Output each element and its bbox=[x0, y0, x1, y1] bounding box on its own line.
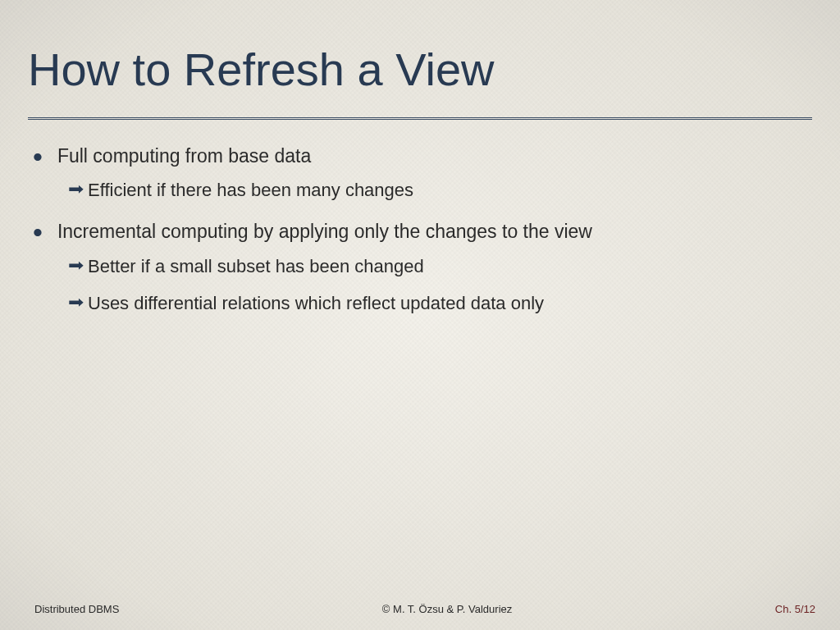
footer-center: © M. T. Özsu & P. Valduriez bbox=[119, 603, 775, 615]
sub-bullet-text: Better if a small subset has been change… bbox=[88, 255, 424, 278]
bullet-item: • Full computing from base data bbox=[33, 144, 812, 168]
arrow-right-icon: ➡ bbox=[68, 255, 84, 276]
arrow-right-icon: ➡ bbox=[68, 292, 84, 313]
footer-right: Ch. 5/12 bbox=[775, 603, 815, 615]
bullet-text: Full computing from base data bbox=[57, 144, 311, 168]
bullet-dot-icon: • bbox=[33, 225, 43, 240]
sub-bullet-text: Efficient if there has been many changes bbox=[88, 179, 413, 202]
footer-left: Distributed DBMS bbox=[34, 603, 119, 615]
sub-bullet-item: ➡ Uses differential relations which refl… bbox=[69, 292, 812, 315]
bullet-dot-icon: • bbox=[33, 149, 43, 164]
bullet-item: • Incremental computing by applying only… bbox=[33, 220, 812, 244]
sub-bullet-text: Uses differential relations which reflec… bbox=[88, 292, 544, 315]
bullet-text: Incremental computing by applying only t… bbox=[57, 220, 592, 244]
slide-footer: Distributed DBMS © M. T. Özsu & P. Valdu… bbox=[0, 603, 840, 615]
title-divider bbox=[28, 117, 812, 120]
slide-title: How to Refresh a View bbox=[28, 44, 812, 96]
slide-body: • Full computing from base data ➡ Effici… bbox=[28, 144, 812, 315]
slide: How to Refresh a View • Full computing f… bbox=[0, 0, 840, 630]
arrow-right-icon: ➡ bbox=[68, 179, 84, 199]
sub-bullet-item: ➡ Efficient if there has been many chang… bbox=[69, 179, 812, 202]
sub-bullet-item: ➡ Better if a small subset has been chan… bbox=[69, 255, 812, 278]
